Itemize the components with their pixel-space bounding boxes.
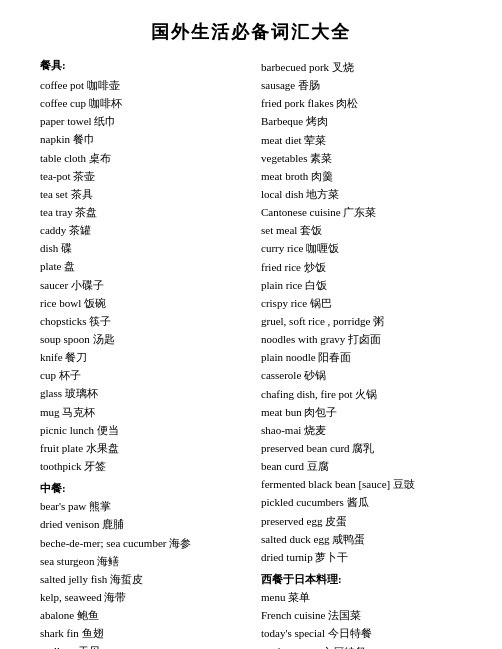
list-item: scallops 干贝 xyxy=(40,642,241,649)
list-item: vegetables 素菜 xyxy=(261,149,462,167)
list-item: Barbeque 烤肉 xyxy=(261,112,462,130)
list-item: chafing dish, fire pot 火锅 xyxy=(261,385,462,403)
list-item: barbecued pork 叉烧 xyxy=(261,58,462,76)
list-item: mug 马克杯 xyxy=(40,403,241,421)
list-item: plain noodle 阳春面 xyxy=(261,348,462,366)
list-item: cup 杯子 xyxy=(40,366,241,384)
list-item: tea tray 茶盘 xyxy=(40,203,241,221)
list-item: curry rice 咖喱饭 xyxy=(261,239,462,257)
list-item: salted duck egg 咸鸭蛋 xyxy=(261,530,462,548)
right-entries: barbecued pork 叉烧sausage 香肠fried pork fl… xyxy=(261,58,462,649)
list-item: kelp, seaweed 海带 xyxy=(40,588,241,606)
left-entries: coffee pot 咖啡壶coffee cup 咖啡杯paper towel … xyxy=(40,76,241,649)
list-item: plain rice 白饭 xyxy=(261,276,462,294)
list-item: preserved bean curd 腐乳 xyxy=(261,439,462,457)
list-item: toothpick 牙签 xyxy=(40,457,241,475)
list-item: glass 玻璃杯 xyxy=(40,384,241,402)
list-item: meat broth 肉羹 xyxy=(261,167,462,185)
list-item: bear's paw 熊掌 xyxy=(40,497,241,515)
list-item: saucer 小碟子 xyxy=(40,276,241,294)
right-column: barbecued pork 叉烧sausage 香肠fried pork fl… xyxy=(261,58,462,649)
section1-header: 餐具: xyxy=(40,58,241,73)
page-title: 国外生活必备词汇大全 xyxy=(40,20,462,44)
list-item: beche-de-mer; sea cucumber 海参 xyxy=(40,534,241,552)
list-item: rice bowl 饭碗 xyxy=(40,294,241,312)
list-item: dish 碟 xyxy=(40,239,241,257)
list-item: today's special 今日特餐 xyxy=(261,624,462,642)
list-item: knife 餐刀 xyxy=(40,348,241,366)
list-item: meat bun 肉包子 xyxy=(261,403,462,421)
list-item: 中餐: xyxy=(40,479,241,497)
list-item: paper towel 纸巾 xyxy=(40,112,241,130)
list-item: noodles with gravy 打卤面 xyxy=(261,330,462,348)
list-item: fermented black bean [sauce] 豆豉 xyxy=(261,475,462,493)
list-item: French cuisine 法国菜 xyxy=(261,606,462,624)
list-item: fried rice 炒饭 xyxy=(261,258,462,276)
list-item: shao-mai 烧麦 xyxy=(261,421,462,439)
list-item: chopsticks 筷子 xyxy=(40,312,241,330)
list-item: picnic lunch 便当 xyxy=(40,421,241,439)
list-item: sea sturgeon 海鳝 xyxy=(40,552,241,570)
list-item: preserved egg 皮蛋 xyxy=(261,512,462,530)
list-item: soup spoon 汤匙 xyxy=(40,330,241,348)
list-item: abalone 鲍鱼 xyxy=(40,606,241,624)
list-item: dried venison 鹿脯 xyxy=(40,515,241,533)
list-item: menu 菜单 xyxy=(261,588,462,606)
list-item: coffee cup 咖啡杯 xyxy=(40,94,241,112)
list-item: gruel, soft rice , porridge 粥 xyxy=(261,312,462,330)
list-item: bean curd 豆腐 xyxy=(261,457,462,475)
list-item: coffee pot 咖啡壶 xyxy=(40,76,241,94)
list-item: local dish 地方菜 xyxy=(261,185,462,203)
list-item: casserole 砂锅 xyxy=(261,366,462,384)
list-item: dried turnip 萝卜干 xyxy=(261,548,462,566)
list-item: Cantonese cuisine 广东菜 xyxy=(261,203,462,221)
list-item: tea-pot 茶壶 xyxy=(40,167,241,185)
list-item: tea set 茶具 xyxy=(40,185,241,203)
left-column: 餐具: coffee pot 咖啡壶coffee cup 咖啡杯paper to… xyxy=(40,58,241,649)
list-item: fruit plate 水果盘 xyxy=(40,439,241,457)
list-item: chef's special 主厨特餐 xyxy=(261,643,462,650)
list-item: shark fin 鱼翅 xyxy=(40,624,241,642)
list-item: meat diet 荤菜 xyxy=(261,131,462,149)
list-item: plate 盘 xyxy=(40,257,241,275)
list-item: table cloth 桌布 xyxy=(40,149,241,167)
list-item: set meal 套饭 xyxy=(261,221,462,239)
list-item: 西餐于日本料理: xyxy=(261,570,462,588)
list-item: crispy rice 锅巴 xyxy=(261,294,462,312)
list-item: pickled cucumbers 酱瓜 xyxy=(261,493,462,511)
list-item: caddy 茶罐 xyxy=(40,221,241,239)
list-item: salted jelly fish 海蜇皮 xyxy=(40,570,241,588)
list-item: sausage 香肠 xyxy=(261,76,462,94)
list-item: napkin 餐巾 xyxy=(40,130,241,148)
list-item: fried pork flakes 肉松 xyxy=(261,94,462,112)
